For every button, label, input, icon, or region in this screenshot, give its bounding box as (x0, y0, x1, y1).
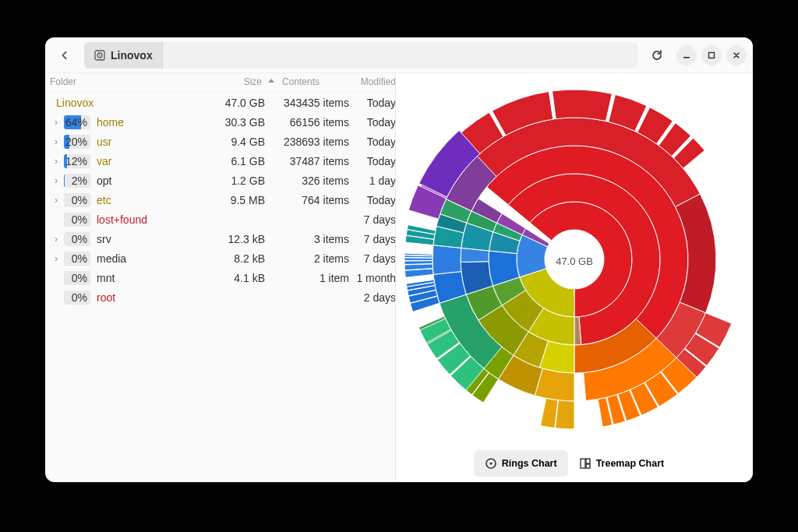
table-row[interactable]: › 0% etc 9.5 MB 764 items Today (45, 190, 395, 210)
folder-name: home (90, 116, 206, 129)
expand-toggle[interactable]: › (50, 117, 62, 128)
table-row[interactable]: › 20% usr 9.4 GB 238693 items Today (45, 132, 395, 151)
folder-modified: 7 days (352, 252, 396, 265)
percent-bar: 12% (64, 154, 90, 168)
folder-size: 9.4 GB (206, 136, 265, 148)
col-contents[interactable]: Contents (277, 76, 352, 87)
rings-icon (485, 457, 497, 470)
table-row[interactable]: › 12% var 6.1 GB 37487 items Today (45, 151, 395, 171)
folder-modified: Today (352, 136, 396, 148)
chart-slice[interactable] (404, 257, 433, 260)
folder-modified: Today (352, 155, 396, 167)
folder-contents: 66156 items (277, 116, 352, 129)
folder-contents: 1 item (277, 272, 352, 284)
treemap-icon (579, 457, 591, 470)
folder-name: media (90, 252, 206, 265)
folder-modified: 7 days (352, 233, 396, 245)
folder-contents: 37487 items (277, 155, 352, 167)
table-row[interactable]: › 64% home 30.3 GB 66156 items Today (45, 112, 395, 132)
expand-toggle[interactable]: › (50, 136, 62, 147)
folder-name: srv (90, 233, 206, 245)
folder-name: mnt (90, 272, 206, 284)
chart-slice[interactable] (541, 398, 558, 428)
svg-rect-7 (581, 459, 585, 468)
expand-toggle[interactable]: › (50, 234, 62, 245)
chart-slice[interactable] (553, 90, 613, 122)
col-size[interactable]: Size (206, 76, 265, 87)
percent-bar: 0% (64, 291, 90, 305)
folder-size: 12.3 kB (206, 233, 265, 245)
percent-bar: 0% (64, 193, 90, 207)
folder-name: opt (90, 174, 206, 187)
expand-toggle[interactable]: › (50, 156, 62, 167)
app-window: Linovox Folder Size (45, 37, 753, 482)
folder-contents: 343435 items (277, 97, 352, 109)
folder-size: 6.1 GB (206, 155, 265, 167)
chart-slice[interactable] (433, 245, 461, 274)
column-headers[interactable]: Folder Size Contents Modified (45, 73, 395, 93)
refresh-icon (651, 49, 663, 62)
folder-modified: 2 days (352, 291, 396, 304)
folder-modified: 1 month (352, 272, 396, 284)
table-row[interactable]: › 2% opt 1.2 GB 326 items 1 day (45, 171, 395, 190)
folder-contents: 3 items (277, 233, 352, 245)
table-row[interactable]: › 0% srv 12.3 kB 3 items 7 days (45, 229, 395, 248)
rings-chart-button[interactable]: Rings Chart (474, 450, 568, 477)
chart-center-label: 47.0 GB (556, 255, 593, 266)
folder-list-pane[interactable]: Folder Size Contents Modified Linovox 47… (45, 73, 396, 482)
folder-modified: Today (352, 97, 396, 109)
maximize-icon (708, 51, 715, 59)
folder-contents: 238693 items (277, 136, 352, 148)
expand-toggle[interactable]: › (50, 195, 62, 206)
rings-chart[interactable]: 47.0 GB (396, 73, 753, 445)
svg-rect-4 (709, 52, 715, 58)
rings-chart-label: Rings Chart (502, 458, 557, 469)
table-row[interactable]: 0% root 2 days (45, 287, 395, 307)
back-button[interactable] (51, 42, 78, 69)
folder-modified: 1 day (352, 174, 396, 187)
folder-size: 4.1 kB (206, 272, 265, 284)
minimize-button[interactable] (676, 45, 697, 65)
expand-toggle[interactable]: › (50, 253, 62, 264)
folder-size: 47.0 GB (206, 97, 265, 109)
folder-contents: 2 items (277, 252, 352, 265)
folder-contents: 326 items (277, 174, 352, 187)
folder-name: usr (90, 136, 206, 148)
sort-indicator-icon (265, 76, 277, 87)
path-label: Linovox (111, 49, 153, 62)
treemap-chart-label: Treemap Chart (596, 458, 665, 469)
path-bar[interactable]: Linovox (84, 42, 637, 69)
expand-toggle[interactable]: › (50, 175, 62, 186)
col-modified[interactable]: Modified (352, 76, 396, 87)
chart-slice[interactable] (555, 400, 574, 428)
folder-modified: Today (352, 194, 396, 206)
table-row[interactable]: 0% lost+found 7 days (45, 210, 395, 229)
disk-icon (94, 49, 106, 62)
folder-size: 1.2 GB (206, 174, 265, 187)
chart-type-switcher: Rings Chart Treemap Chart (396, 445, 753, 482)
percent-bar: 2% (64, 174, 90, 188)
treemap-chart-button[interactable]: Treemap Chart (568, 450, 676, 477)
percent-bar: 64% (64, 115, 90, 129)
folder-name: root (90, 291, 206, 304)
chevron-left-icon (59, 50, 70, 61)
percent-bar: 0% (64, 232, 90, 246)
folder-name: lost+found (90, 213, 206, 226)
close-button[interactable] (726, 45, 747, 65)
svg-rect-8 (586, 459, 590, 463)
folder-size: 30.3 GB (206, 116, 265, 129)
col-folder[interactable]: Folder (50, 76, 206, 87)
table-row-root[interactable]: Linovox 47.0 GB 343435 items Today (45, 93, 395, 112)
percent-bar: 0% (64, 252, 90, 266)
chart-slice[interactable] (404, 253, 433, 255)
folder-modified: 7 days (352, 213, 396, 226)
rescan-button[interactable] (644, 42, 670, 69)
chart-slice[interactable] (404, 260, 433, 264)
path-segment[interactable]: Linovox (84, 42, 163, 69)
folder-size: 8.2 kB (206, 252, 265, 265)
folder-size: 9.5 MB (206, 194, 265, 206)
percent-bar: 20% (64, 135, 90, 149)
maximize-button[interactable] (701, 45, 722, 65)
table-row[interactable]: › 0% media 8.2 kB 2 items 7 days (45, 248, 395, 268)
table-row[interactable]: 0% mnt 4.1 kB 1 item 1 month (45, 268, 395, 287)
